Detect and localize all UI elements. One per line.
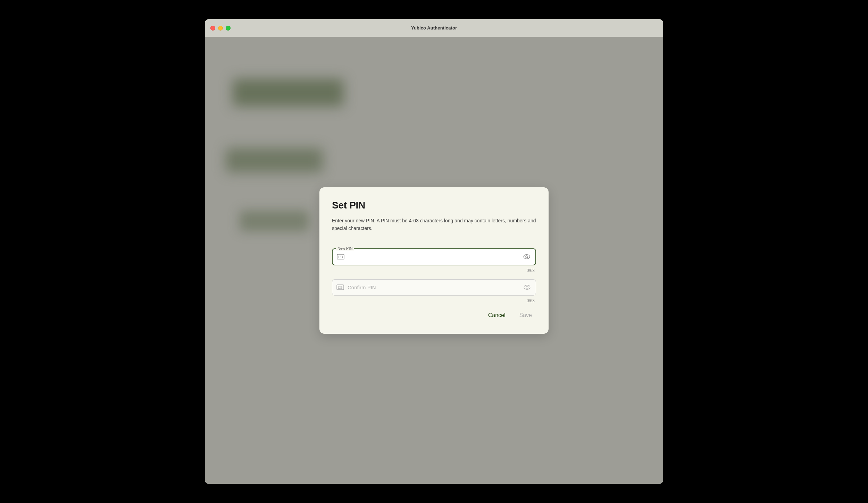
svg-text:123: 123 [338, 256, 343, 259]
minimize-button[interactable] [218, 26, 223, 31]
traffic-lights [210, 26, 231, 31]
confirm-pin-input-wrapper: 123 [332, 279, 536, 296]
confirm-pin-toggle-visibility[interactable] [518, 281, 536, 293]
svg-point-7 [526, 286, 528, 288]
new-pin-field-group: New PIN 123 [332, 242, 536, 265]
confirm-pin-char-count: 0/63 [332, 298, 536, 303]
close-button[interactable] [210, 26, 215, 31]
dialog-title: Set PIN [332, 200, 536, 211]
save-button[interactable]: Save [515, 309, 536, 321]
cancel-button[interactable]: Cancel [484, 309, 510, 321]
svg-point-6 [524, 285, 530, 289]
set-pin-dialog: Set PIN Enter your new PIN. A PIN must b… [319, 187, 549, 333]
app-window: Yubico Authenticator Set PIN Enter your … [205, 19, 663, 484]
window-content: Set PIN Enter your new PIN. A PIN must b… [205, 37, 663, 484]
svg-point-2 [524, 255, 530, 259]
dialog-actions: Cancel Save [332, 309, 536, 321]
new-pin-input-wrapper: 123 [332, 248, 536, 265]
confirm-pin-input[interactable] [346, 280, 518, 295]
dialog-description: Enter your new PIN. A PIN must be 4-63 c… [332, 217, 536, 232]
new-pin-input[interactable] [347, 249, 518, 265]
new-pin-label: New PIN [336, 246, 354, 250]
svg-point-3 [526, 256, 528, 258]
confirm-pin-icon: 123 [336, 284, 344, 290]
new-pin-char-count: 0/63 [332, 268, 536, 273]
pin-icon: 123 [337, 254, 344, 259]
svg-text:123: 123 [337, 286, 343, 289]
new-pin-toggle-visibility[interactable] [518, 250, 535, 263]
confirm-pin-field-group: 123 [332, 279, 536, 296]
window-title: Yubico Authenticator [411, 25, 457, 31]
title-bar: Yubico Authenticator [205, 19, 663, 37]
maximize-button[interactable] [226, 26, 231, 31]
dialog-overlay: Set PIN Enter your new PIN. A PIN must b… [205, 37, 663, 484]
